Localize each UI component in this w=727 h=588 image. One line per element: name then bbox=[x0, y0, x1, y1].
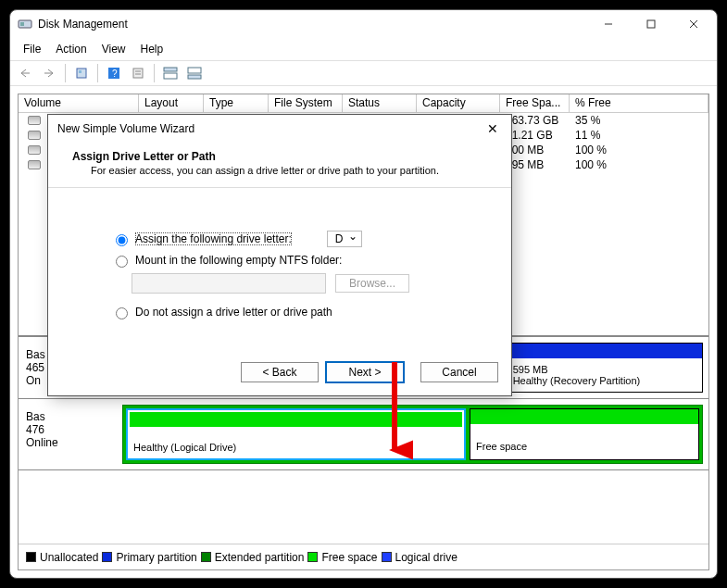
back-button[interactable]: < Back bbox=[241, 362, 319, 382]
label-no-assign: Do not assign a drive letter or drive pa… bbox=[135, 306, 332, 319]
dialog-close-button[interactable]: ✕ bbox=[478, 121, 508, 136]
maximize-button[interactable] bbox=[630, 10, 672, 38]
svg-rect-17 bbox=[188, 68, 201, 73]
legend-swatch-extended bbox=[201, 552, 211, 562]
legend-swatch-unallocated bbox=[26, 552, 36, 562]
svg-rect-1 bbox=[20, 22, 24, 26]
disk-management-window: Disk Management File Action View Help ? … bbox=[9, 9, 718, 579]
drive-letter-select[interactable]: D bbox=[327, 231, 363, 247]
col-type[interactable]: Type bbox=[204, 94, 269, 112]
title-bar: Disk Management bbox=[10, 10, 717, 38]
partition-logical[interactable]: Healthy (Logical Drive) bbox=[126, 408, 466, 460]
col-free[interactable]: Free Spa... bbox=[500, 94, 570, 112]
legend: Unallocated Primary partition Extended p… bbox=[19, 544, 708, 569]
cancel-button[interactable]: Cancel bbox=[420, 362, 498, 382]
close-button[interactable] bbox=[672, 10, 715, 38]
menu-bar: File Action View Help bbox=[10, 38, 717, 60]
col-layout[interactable]: Layout bbox=[139, 94, 204, 112]
back-icon[interactable] bbox=[14, 63, 36, 83]
col-fs[interactable]: File System bbox=[269, 94, 343, 112]
svg-rect-18 bbox=[188, 75, 201, 79]
new-volume-wizard-dialog: New Simple Volume Wizard ✕ Assign Drive … bbox=[47, 114, 512, 396]
disk1-label: Bas 476 Online bbox=[24, 405, 117, 464]
window-title: Disk Management bbox=[38, 18, 587, 31]
next-button[interactable]: Next > bbox=[326, 362, 404, 382]
col-status[interactable]: Status bbox=[343, 94, 417, 112]
col-capacity[interactable]: Capacity bbox=[417, 94, 500, 112]
toolbar: ? bbox=[10, 60, 717, 86]
col-pct[interactable]: % Free bbox=[570, 94, 708, 112]
view-top-icon[interactable] bbox=[159, 63, 182, 83]
radio-mount-folder[interactable] bbox=[116, 256, 128, 268]
app-icon bbox=[18, 17, 32, 31]
svg-rect-9 bbox=[79, 70, 81, 73]
svg-rect-16 bbox=[164, 73, 177, 79]
forward-icon[interactable] bbox=[38, 63, 60, 83]
minimize-button[interactable] bbox=[587, 10, 630, 38]
svg-text:?: ? bbox=[112, 69, 118, 79]
legend-swatch-primary bbox=[102, 552, 112, 562]
disk-icon bbox=[28, 160, 41, 169]
disk-icon bbox=[28, 116, 41, 125]
disk-icon bbox=[28, 131, 41, 140]
menu-action[interactable]: Action bbox=[48, 40, 94, 58]
legend-swatch-logical bbox=[382, 552, 392, 562]
help-icon[interactable]: ? bbox=[103, 63, 125, 83]
disk-row-1: Bas 476 Online Healthy (Logical Drive) F… bbox=[19, 399, 708, 470]
disk-icon bbox=[28, 145, 41, 155]
view-bottom-icon[interactable] bbox=[183, 63, 206, 83]
partition-recovery[interactable]: 595 MB Healthy (Recovery Partition) bbox=[507, 343, 703, 393]
radio-assign-letter[interactable] bbox=[116, 234, 128, 246]
dialog-subheading: For easier access, you can assign a driv… bbox=[72, 165, 493, 176]
properties-icon[interactable] bbox=[127, 63, 149, 83]
volume-table-header: Volume Layout Type File System Status Ca… bbox=[19, 94, 708, 113]
dialog-heading: Assign Drive Letter or Path bbox=[72, 150, 493, 163]
menu-view[interactable]: View bbox=[94, 40, 133, 58]
refresh-icon[interactable] bbox=[70, 63, 93, 83]
legend-swatch-free bbox=[307, 552, 318, 562]
label-mount-folder: Mount in the following empty NTFS folder… bbox=[135, 254, 342, 267]
partition-free-space[interactable]: Free space bbox=[470, 408, 699, 460]
browse-button: Browse... bbox=[335, 274, 409, 293]
svg-rect-3 bbox=[647, 20, 655, 28]
label-assign-letter: Assign the following drive letter: bbox=[135, 232, 292, 245]
radio-no-assign[interactable] bbox=[116, 307, 128, 319]
dialog-title: New Simple Volume Wizard bbox=[57, 122, 478, 135]
svg-rect-15 bbox=[164, 68, 177, 71]
svg-rect-12 bbox=[133, 69, 143, 78]
menu-help[interactable]: Help bbox=[133, 40, 171, 58]
menu-file[interactable]: File bbox=[16, 40, 48, 58]
mount-path-input bbox=[132, 273, 326, 294]
col-volume[interactable]: Volume bbox=[19, 94, 139, 112]
